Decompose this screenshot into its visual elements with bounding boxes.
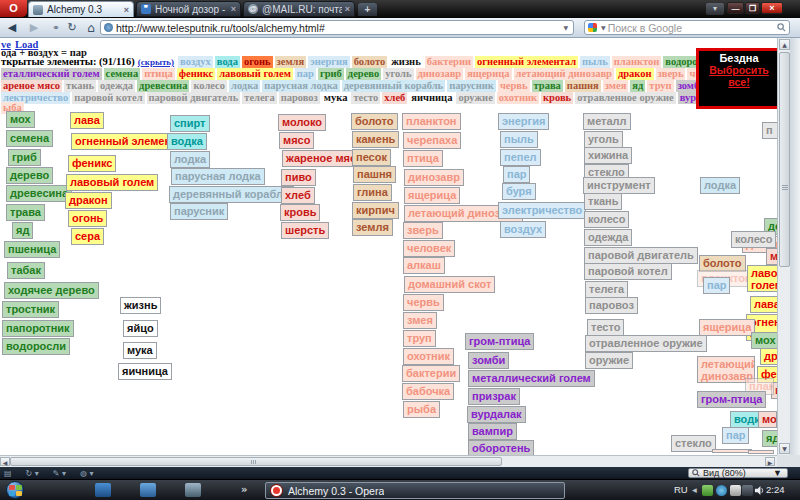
element-tag[interactable]: яйцо xyxy=(123,320,158,337)
element-tag[interactable]: червь xyxy=(403,294,444,311)
element-tag[interactable]: ткань xyxy=(584,193,622,210)
element-tag[interactable]: птица xyxy=(403,150,443,167)
language-indicator[interactable]: RU xyxy=(674,484,688,496)
element-tag[interactable]: бабочка xyxy=(402,383,454,400)
element-tag[interactable]: колесо xyxy=(731,231,776,248)
element-tag[interactable]: древесина xyxy=(6,185,72,202)
vertical-scroll-thumb[interactable] xyxy=(779,52,790,267)
tab-close-icon[interactable]: × xyxy=(231,4,236,14)
horizontal-scroll-thumb[interactable] xyxy=(10,457,502,466)
element-tag[interactable]: парусник xyxy=(170,203,228,220)
element-tag[interactable]: пепел xyxy=(500,149,541,166)
element-tag[interactable]: колесо xyxy=(584,211,629,228)
element-tag[interactable]: энергия xyxy=(498,113,549,130)
forward-button[interactable]: ▶ xyxy=(26,21,42,35)
element-tag[interactable]: охотник xyxy=(403,348,454,365)
element-tag[interactable]: змея xyxy=(403,312,437,329)
element-tag[interactable]: хижина xyxy=(584,147,632,164)
element-tag[interactable]: зверь xyxy=(403,222,443,239)
element-tag[interactable]: домашний скот xyxy=(404,276,495,293)
restore-button[interactable]: ❒ xyxy=(745,2,760,14)
element-tag[interactable]: уголь xyxy=(584,131,623,148)
element-tag[interactable]: лава xyxy=(70,112,104,129)
element-tag[interactable]: вампир xyxy=(468,423,517,440)
element-tag[interactable]: тростник xyxy=(2,301,59,318)
tab-alchemy[interactable]: Alchemy 0.3 × xyxy=(28,1,134,17)
element-tag[interactable]: яд xyxy=(12,222,33,239)
tray-icon-2[interactable] xyxy=(716,485,727,496)
element-tag[interactable]: ходячее дерево xyxy=(4,282,99,299)
reload-button[interactable]: ↻ xyxy=(64,21,80,35)
element-tag[interactable]: металл xyxy=(583,113,631,130)
element-tag[interactable]: камень xyxy=(352,131,399,148)
tab-close-icon[interactable]: × xyxy=(345,4,350,14)
search-magnifier-icon[interactable] xyxy=(777,23,786,32)
zoom-control-button[interactable]: Вид (80%) ▼ xyxy=(688,468,788,478)
tab-forum[interactable]: ❞ Ночной дозор - обсу... × xyxy=(136,1,241,17)
element-tag[interactable]: дракон xyxy=(65,192,112,209)
element-tag[interactable]: труп xyxy=(403,330,436,347)
address-field[interactable]: http://www.telesputnik.ru/tools/alchemy.… xyxy=(100,20,574,35)
home-button[interactable]: ⌂ xyxy=(83,21,99,35)
tray-icon-1[interactable] xyxy=(702,485,713,496)
element-tag[interactable]: пыль xyxy=(500,131,538,148)
element-tag[interactable]: водка xyxy=(167,133,207,150)
element-tag[interactable]: гром-птица xyxy=(697,391,766,408)
element-tag[interactable]: инструмент xyxy=(583,177,655,194)
element-tag[interactable]: зомби xyxy=(468,352,509,369)
element-tag[interactable]: лодка xyxy=(700,177,740,194)
element-tag[interactable]: тесто xyxy=(587,319,624,336)
back-button[interactable]: ◀ xyxy=(4,21,20,35)
element-tag[interactable]: земля xyxy=(352,219,393,236)
close-button[interactable]: × xyxy=(761,2,783,14)
horizontal-scrollbar[interactable]: ◀ ▶ xyxy=(0,455,777,467)
element-tag[interactable]: отравленное оружие xyxy=(585,335,707,352)
element-tag[interactable]: молоко xyxy=(278,114,326,131)
element-tag[interactable]: пар xyxy=(722,427,749,444)
element-tag[interactable]: мох xyxy=(6,111,35,128)
element-tag[interactable]: яичница xyxy=(118,363,172,380)
element-tag[interactable]: мох xyxy=(751,332,778,349)
element-tag[interactable]: лодка xyxy=(170,151,210,168)
element-tag[interactable]: оружие xyxy=(585,352,633,369)
element-tag[interactable]: табак xyxy=(7,262,45,279)
element-tag[interactable]: человек xyxy=(403,240,455,257)
element-tag[interactable]: п xyxy=(762,122,778,139)
element-tag[interactable]: молоко xyxy=(758,411,777,428)
scroll-left-button[interactable]: ◀ xyxy=(0,457,10,466)
address-dropdown-icon[interactable]: ▼ xyxy=(563,24,568,31)
vertical-scrollbar[interactable]: ▲ ▼ xyxy=(777,38,790,455)
element-tag[interactable]: пар xyxy=(503,166,530,183)
element-tag[interactable]: пшеница xyxy=(4,241,60,258)
element-tag[interactable]: паровой двигатель xyxy=(584,247,698,264)
element-tag[interactable]: кровь xyxy=(280,204,320,221)
partial-element-tag[interactable] xyxy=(748,450,774,454)
element-tag[interactable]: телега xyxy=(585,281,628,298)
quicklaunch-overflow-chevron[interactable]: » xyxy=(241,483,247,497)
quicklaunch-icon-2[interactable] xyxy=(140,483,156,497)
element-tag[interactable]: рыба xyxy=(403,401,440,418)
scroll-down-button[interactable]: ▼ xyxy=(779,443,790,454)
element-tag[interactable]: электричество xyxy=(498,202,586,219)
element-tag[interactable]: одежда xyxy=(584,229,632,246)
tab-mail[interactable]: @ @MAIL.RU: почта, нов... × xyxy=(243,1,355,17)
element-tag[interactable]: болото xyxy=(351,113,398,130)
element-tag[interactable]: паровоз xyxy=(585,297,638,314)
wand-icon[interactable]: ⚭ xyxy=(48,21,64,35)
element-tag[interactable]: лава xyxy=(750,296,778,313)
element-tag[interactable]: ящерица xyxy=(404,187,460,204)
element-tag[interactable]: дракон xyxy=(760,348,778,365)
element-tag[interactable]: гриб xyxy=(8,149,41,166)
element-tag[interactable]: пашня xyxy=(353,166,396,183)
element-tag[interactable]: призрак xyxy=(468,388,520,405)
element-tag[interactable]: гром-птица xyxy=(465,333,534,350)
quicklaunch-icon-1[interactable] xyxy=(95,483,111,497)
element-tag[interactable]: жизнь xyxy=(120,297,161,314)
element-tag[interactable]: вурдалак xyxy=(467,406,526,423)
network-globe-icon[interactable]: ◍ ▾ xyxy=(80,469,94,478)
scroll-right-button[interactable]: ▶ xyxy=(765,457,775,466)
element-tag[interactable]: оборотень xyxy=(468,440,534,455)
element-tag[interactable]: лавовый голем xyxy=(747,265,778,292)
tray-icon-3[interactable] xyxy=(730,485,741,496)
element-tag[interactable]: черепаха xyxy=(403,132,461,149)
